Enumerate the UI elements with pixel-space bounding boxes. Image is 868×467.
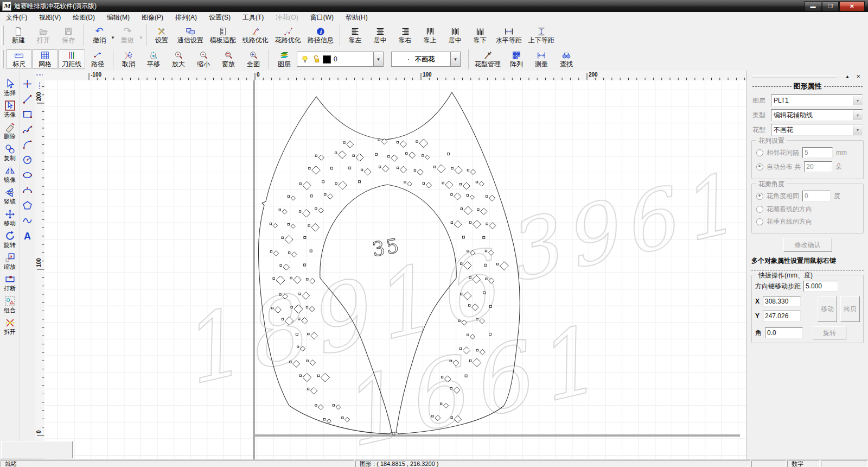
tool-delete[interactable]: 删除 [4,122,16,140]
pan-button[interactable]: 平移 [141,50,166,68]
ruler-toggle-button[interactable]: 标尺 [6,49,32,69]
tool-break[interactable]: 打断 [4,274,16,292]
menu-edit[interactable]: 编辑(M) [101,12,136,23]
align-bottom-button[interactable]: 靠下 [468,26,493,45]
align-top-button[interactable]: 靠上 [418,26,443,45]
layers-button[interactable]: 图层 [272,50,297,68]
cancel-button[interactable]: 取消 [116,50,141,68]
vertical-ruler[interactable]: 2001000 [35,80,45,459]
array-button[interactable]: 阵列 [504,50,529,68]
arc3point-tool-icon[interactable] [22,185,33,196]
tool-mirror[interactable]: 镜像 [4,165,16,183]
ellipse-tool-icon[interactable] [22,169,33,181]
tool-mirror-vertical[interactable]: 竖镜 [4,187,16,205]
zoom-out-button[interactable]: 缩小 [191,50,216,68]
menu-tools[interactable]: 工具(T) [237,12,270,23]
polygon-tool-icon[interactable] [22,200,33,211]
space-horizontal-button[interactable]: 水平等距 [493,26,525,45]
perp-line-radio[interactable] [756,218,763,225]
x-input[interactable]: 308.330 [763,296,801,307]
flower-manage-button[interactable]: 花型管理 [471,50,504,68]
horizontal-ruler[interactable]: -1000100200 [35,71,747,81]
auto-distribute-radio[interactable] [756,163,763,171]
rectangle-tool-icon[interactable] [22,109,33,120]
type-combo-arrow[interactable]: ▼ [853,110,862,120]
redo-button[interactable]: ↷ 重做 [115,26,140,45]
zoom-window-button[interactable]: 窗放 [216,50,241,68]
menu-view[interactable]: 视图(V) [33,12,67,23]
menu-arrange[interactable]: 排列(A) [169,12,203,23]
menu-image[interactable]: 图像(P) [136,12,169,23]
rotation-input[interactable]: 0.0 [765,327,803,338]
save-button[interactable]: 保存 [56,26,81,45]
minimize-button[interactable]: ▬ [805,1,821,11]
pen-layer-combo[interactable]: 0 [297,52,373,67]
flower-combo-arrow[interactable]: ▼ [853,125,862,135]
close-button[interactable]: ✕ [839,1,865,11]
y-input[interactable]: 247.026 [763,311,801,321]
zoom-in-button[interactable]: 放大 [166,50,191,68]
panel-collapse-icon[interactable]: ▲ [842,74,853,79]
copy-xy-button[interactable]: 拷贝 [840,296,860,322]
tool-rotate[interactable]: 旋转 [4,230,16,248]
flower-type-combo[interactable]: · 不画花 [391,52,450,67]
menu-draw[interactable]: 绘图(D) [67,12,101,23]
tool-copy[interactable]: 复制 [4,143,16,161]
along-line-radio[interactable] [756,206,763,213]
tool-select[interactable]: 选择 [4,78,16,96]
line-optimize-button[interactable]: 线路优化 [239,26,272,45]
point-tool-icon[interactable] [22,78,33,90]
zoom-all-button[interactable]: 全图 [241,50,266,68]
spacing-input[interactable]: 5 [802,147,833,158]
toolbar-grip[interactable] [1,26,4,46]
layer-combo[interactable]: PLT1 ▼ [771,94,863,106]
flower-type-combo-arrow[interactable]: ▼ [450,52,461,67]
step-input[interactable]: 5.000 [803,281,838,292]
flower-combo-panel[interactable]: 不画花 ▼ [771,124,863,136]
menu-file[interactable]: 文件(F) [0,12,33,23]
align-right-button[interactable]: 靠右 [393,26,418,45]
pen-layer-combo-arrow[interactable]: ▼ [373,52,384,67]
polyline-tool-icon[interactable] [22,124,33,135]
settings-button[interactable]: 设置 [149,26,174,45]
tool-ungroup[interactable]: 拆开 [4,317,16,335]
menu-help[interactable]: 帮助(H) [340,12,374,23]
path-toggle-button[interactable]: 路径 [85,50,110,68]
line-tool-icon[interactable] [22,93,33,105]
open-button[interactable]: 打开 [31,26,56,45]
panel-grip[interactable]: ▲ ✕ [747,71,868,80]
comm-settings-button[interactable]: 通信设置 [174,26,207,45]
undo-dropdown-arrow[interactable]: ▼ [111,35,115,40]
auto-count-input[interactable]: 20 [804,161,832,172]
redo-dropdown-arrow[interactable]: ▼ [139,35,143,40]
path-info-button[interactable]: i 路径信息 [304,26,337,45]
tool-move[interactable]: 移动 [4,209,16,226]
grid-toggle-button[interactable]: 网格 [32,49,58,69]
slit-node-marker[interactable] [392,432,395,435]
circle-tool-icon[interactable] [22,154,33,166]
panel-close-icon[interactable]: ✕ [853,74,864,79]
toolbar-grip[interactable] [1,50,4,68]
find-button[interactable]: 查找 [554,50,579,68]
menu-settings[interactable]: 设置(S) [203,12,237,23]
rotate-apply-button[interactable]: 旋转 [813,326,846,339]
curve-tool-icon[interactable] [22,215,33,226]
align-left-button[interactable]: 靠左 [343,26,368,45]
knife-line-toggle-button[interactable]: 刀距线 [58,49,85,69]
undo-button[interactable]: ↶ 撤消 [87,26,112,45]
confirm-modify-button[interactable]: 修改确认 [783,238,832,252]
menu-punch[interactable]: 冲花(O) [270,12,304,23]
flower-optimize-button[interactable]: 花路优化 [272,26,304,45]
move-xy-button[interactable]: 移动 [818,296,837,322]
align-hcenter-button[interactable]: 居中 [368,26,393,45]
tool-group[interactable]: 组合 [4,295,16,313]
tool-scale[interactable]: 缩放 [4,252,16,270]
menu-window[interactable]: 窗口(W) [304,12,340,23]
space-vertical-button[interactable]: 上下等距 [525,26,558,45]
arc-tool-icon[interactable] [22,139,33,150]
same-angle-radio[interactable] [756,193,763,200]
layer-combo-arrow[interactable]: ▼ [853,96,862,105]
new-button[interactable]: 新建 [6,26,31,45]
template-fit-button[interactable]: 模板适配 [207,26,239,45]
type-combo[interactable]: 编辑花辅助线 ▼ [771,109,863,121]
